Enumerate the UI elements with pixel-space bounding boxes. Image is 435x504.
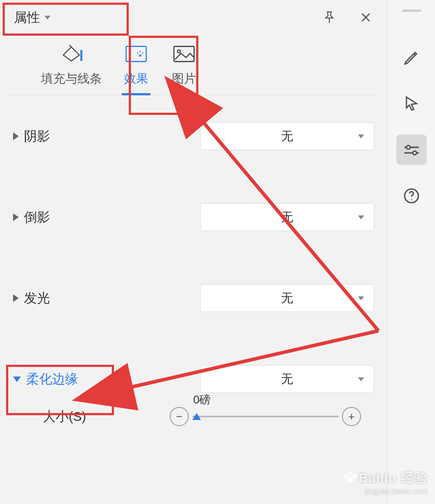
adjust-tool[interactable] bbox=[396, 134, 427, 165]
size-label: 大小(S) bbox=[43, 408, 86, 426]
glow-dropdown[interactable]: 无 bbox=[200, 284, 374, 312]
tabs: 填充与线条 效果 图片 bbox=[9, 35, 378, 95]
tab-effects[interactable]: 效果 bbox=[112, 39, 160, 95]
close-button[interactable] bbox=[358, 9, 374, 26]
pin-button[interactable] bbox=[321, 9, 338, 26]
caret-down-icon bbox=[44, 16, 50, 20]
dropdown-value: 无 bbox=[281, 128, 293, 144]
tab-label: 填充与线条 bbox=[41, 71, 102, 87]
paint-bucket-icon bbox=[58, 44, 85, 64]
size-value: 0磅 bbox=[193, 392, 211, 407]
header-actions bbox=[321, 9, 374, 26]
watermark-text: Baidu 经验 bbox=[358, 470, 428, 485]
section-toggle-soft-edges[interactable]: 柔化边缘 bbox=[13, 370, 78, 388]
section-reflection: 倒影 无 bbox=[0, 201, 387, 234]
increase-button[interactable]: + bbox=[342, 407, 361, 426]
right-toolbar bbox=[387, 0, 435, 504]
section-label-text: 柔化边缘 bbox=[26, 370, 78, 388]
soft-edges-dropdown[interactable]: 无 bbox=[200, 365, 374, 393]
decrease-button[interactable]: − bbox=[170, 407, 189, 426]
panel-title-text: 属性 bbox=[14, 9, 40, 27]
size-row: 大小(S) 0磅 − + bbox=[13, 396, 374, 426]
chevron-down-icon bbox=[13, 376, 21, 382]
tab-label: 效果 bbox=[124, 71, 148, 87]
section-toggle-glow[interactable]: 发光 bbox=[13, 289, 50, 307]
slider-thumb[interactable] bbox=[192, 413, 201, 420]
chevron-right-icon bbox=[13, 132, 19, 140]
help-tool[interactable] bbox=[396, 181, 427, 211]
tab-label: 图片 bbox=[172, 71, 196, 87]
svg-point-13 bbox=[413, 151, 416, 155]
panel-title-dropdown[interactable]: 属性 bbox=[10, 6, 55, 29]
select-tool[interactable] bbox=[396, 88, 427, 119]
section-glow: 发光 无 bbox=[0, 282, 387, 315]
tab-fill-and-line[interactable]: 填充与线条 bbox=[30, 39, 112, 95]
svg-rect-4 bbox=[126, 47, 146, 62]
properties-panel: 属性 bbox=[0, 0, 387, 504]
svg-point-15 bbox=[411, 199, 412, 200]
caret-down-icon bbox=[358, 377, 364, 381]
dropdown-value: 无 bbox=[281, 371, 293, 387]
slider-track[interactable] bbox=[192, 416, 338, 417]
section-shadow: 阴影 无 bbox=[0, 120, 387, 153]
pencil-tool[interactable] bbox=[396, 42, 427, 73]
section-soft-edges: 柔化边缘 无 大小(S) 0磅 − + bbox=[0, 363, 387, 426]
svg-rect-3 bbox=[80, 50, 83, 61]
svg-point-11 bbox=[406, 145, 410, 149]
picture-icon bbox=[171, 44, 197, 64]
watermark: Baidu 经验 jingyan.baidu.com bbox=[344, 469, 428, 496]
watermark-sub: jingyan.baidu.com bbox=[344, 487, 428, 496]
paw-icon bbox=[344, 472, 357, 483]
dropdown-value: 无 bbox=[281, 209, 293, 225]
caret-down-icon bbox=[358, 215, 364, 219]
svg-point-6 bbox=[177, 50, 181, 53]
caret-down-icon bbox=[358, 296, 364, 300]
size-slider[interactable]: 0磅 − + bbox=[170, 407, 361, 426]
dropdown-value: 无 bbox=[281, 290, 293, 306]
section-toggle-reflection[interactable]: 倒影 bbox=[13, 208, 50, 226]
reflection-dropdown[interactable]: 无 bbox=[200, 203, 374, 231]
tab-picture[interactable]: 图片 bbox=[160, 39, 208, 95]
drag-handle-icon[interactable] bbox=[402, 10, 421, 12]
section-label-text: 倒影 bbox=[24, 208, 50, 226]
section-label-text: 阴影 bbox=[24, 128, 50, 145]
chevron-right-icon bbox=[13, 213, 19, 221]
effects-icon bbox=[123, 44, 150, 64]
panel-header: 属性 bbox=[0, 0, 387, 35]
section-toggle-shadow[interactable]: 阴影 bbox=[13, 128, 50, 145]
chevron-right-icon bbox=[13, 294, 19, 302]
caret-down-icon bbox=[358, 134, 364, 138]
section-label-text: 发光 bbox=[24, 289, 50, 307]
shadow-dropdown[interactable]: 无 bbox=[200, 122, 374, 150]
